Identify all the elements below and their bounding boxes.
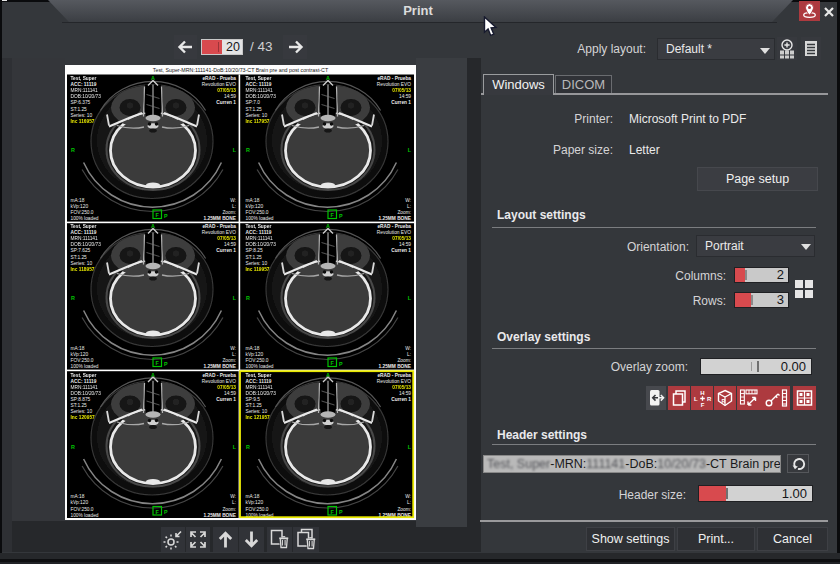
svg-text:Inc 119957: Inc 119957 (246, 267, 270, 272)
svg-text:1.25MM BONE: 1.25MM BONE (378, 216, 411, 221)
svg-text:Series: 10: Series: 10 (246, 261, 268, 266)
svg-text:07/05/13: 07/05/13 (392, 88, 411, 93)
svg-text:Series: 10: Series: 10 (71, 261, 93, 266)
svg-text:100% loaded: 100% loaded (246, 216, 274, 221)
svg-text:ACC: 11119: ACC: 11119 (71, 230, 97, 235)
svg-text:kVp:120: kVp:120 (71, 352, 89, 357)
svg-text:W:: W: (405, 346, 411, 351)
svg-text:eRAD - Prueba: eRAD - Prueba (202, 224, 236, 229)
svg-text:Revolution EVO: Revolution EVO (377, 379, 411, 384)
svg-text:mA:18: mA:18 (246, 346, 260, 351)
svg-text:R: R (71, 444, 75, 450)
svg-text:kVp:120: kVp:120 (71, 500, 89, 505)
svg-text:mA:18: mA:18 (71, 346, 85, 351)
svg-text:SP:7.625: SP:7.625 (71, 248, 91, 253)
svg-text:Revolution EVO: Revolution EVO (377, 230, 411, 235)
svg-text:Curren 1: Curren 1 (216, 397, 236, 402)
svg-text:SP:9.5: SP:9.5 (246, 397, 261, 402)
svg-text:14:59: 14:59 (224, 94, 236, 99)
svg-text:SP:7.0: SP:7.0 (246, 100, 261, 105)
svg-text:Test, Super: Test, Super (246, 373, 272, 378)
svg-text:A: A (151, 75, 155, 81)
svg-text:Zoom:: Zoom: (222, 210, 236, 215)
svg-text:14:59: 14:59 (399, 242, 411, 247)
svg-text:SP:8.875: SP:8.875 (71, 397, 91, 402)
svg-text:eRAD - Prueba: eRAD - Prueba (202, 76, 236, 81)
svg-text:DOB:10/20/73: DOB:10/20/73 (71, 94, 102, 99)
svg-text:1.25MM BONE: 1.25MM BONE (378, 364, 411, 369)
svg-text:Zoom:: Zoom: (222, 507, 236, 512)
svg-text:07/05/13: 07/05/13 (392, 236, 411, 241)
svg-text:ST:1.25: ST:1.25 (71, 255, 88, 260)
svg-text:L:: L: (232, 352, 236, 357)
svg-text:07/05/13: 07/05/13 (392, 385, 411, 390)
svg-text:R: R (707, 396, 712, 402)
svg-text:kVp:120: kVp:120 (71, 204, 89, 209)
svg-text:A: A (326, 223, 330, 229)
svg-text:H: H (700, 390, 704, 396)
svg-text:1.25MM BONE: 1.25MM BONE (203, 364, 236, 369)
svg-text:1.25MM BONE: 1.25MM BONE (203, 513, 236, 518)
svg-text:Revolution EVO: Revolution EVO (202, 82, 236, 87)
svg-text:W:: W: (230, 494, 236, 499)
svg-text:Test, Super: Test, Super (246, 224, 272, 229)
svg-text:14:59: 14:59 (224, 391, 236, 396)
svg-text:Test, Super-MRN:111141-DoB:10/: Test, Super-MRN:111141-DoB:10/20/73-CT B… (153, 67, 329, 73)
svg-text:DOB:10/20/73: DOB:10/20/73 (71, 242, 102, 247)
svg-text:P: P (339, 213, 343, 219)
svg-text:A: A (326, 372, 330, 378)
svg-text:100% loaded: 100% loaded (71, 513, 99, 518)
svg-text:kVp:120: kVp:120 (246, 352, 264, 357)
svg-text:R: R (246, 295, 250, 301)
svg-text:F: F (701, 402, 705, 408)
svg-text:ST:1.25: ST:1.25 (246, 107, 263, 112)
svg-text:DOB:10/20/73: DOB:10/20/73 (71, 391, 102, 396)
svg-text:DOB:10/20/73: DOB:10/20/73 (246, 94, 277, 99)
svg-text:W:: W: (405, 494, 411, 499)
svg-text:Series: 10: Series: 10 (246, 409, 268, 414)
svg-text:eRAD - Prueba: eRAD - Prueba (202, 373, 236, 378)
svg-text:W:: W: (230, 346, 236, 351)
svg-text:P: P (339, 509, 343, 515)
svg-text:mA:18: mA:18 (71, 494, 85, 499)
svg-text:Test, Super: Test, Super (71, 373, 97, 378)
svg-text:ACC: 11119: ACC: 11119 (246, 82, 272, 87)
svg-text:P: P (339, 361, 343, 367)
svg-text:Revolution EVO: Revolution EVO (202, 379, 236, 384)
svg-text:Curren 1: Curren 1 (391, 397, 411, 402)
svg-text:R: R (71, 147, 75, 153)
svg-text:SP:6.375: SP:6.375 (71, 100, 91, 105)
svg-text:mA:18: mA:18 (71, 198, 85, 203)
svg-text:Inc 120957: Inc 120957 (71, 415, 96, 420)
svg-text:Test, Super: Test, Super (71, 224, 97, 229)
svg-text:FOV:250.0: FOV:250.0 (71, 210, 94, 215)
svg-text:ACC: 11119: ACC: 11119 (71, 82, 97, 87)
svg-text:Zoom:: Zoom: (397, 210, 411, 215)
svg-text:DOB:10/20/73: DOB:10/20/73 (246, 242, 277, 247)
svg-text:MRN:111141: MRN:111141 (71, 236, 99, 241)
svg-text:R: R (722, 398, 726, 404)
svg-text:14:59: 14:59 (399, 94, 411, 99)
svg-text:FOV:250.0: FOV:250.0 (246, 210, 269, 215)
svg-text:eRAD - Prueba: eRAD - Prueba (377, 373, 411, 378)
svg-text:A: A (326, 75, 330, 81)
svg-text:ACC: 11119: ACC: 11119 (246, 230, 272, 235)
svg-text:Curren 1: Curren 1 (391, 248, 411, 253)
svg-text:100% loaded: 100% loaded (71, 364, 99, 369)
svg-text:ACC: 11119: ACC: 11119 (71, 379, 97, 384)
svg-text:MRN:111141: MRN:111141 (246, 236, 274, 241)
svg-text:P: P (164, 509, 168, 515)
svg-text:ST:1.25: ST:1.25 (246, 403, 263, 408)
svg-text:FOV:250.0: FOV:250.0 (246, 507, 269, 512)
svg-text:DOB:10/20/73: DOB:10/20/73 (246, 391, 277, 396)
svg-text:100% loaded: 100% loaded (71, 216, 99, 221)
svg-text:W:: W: (230, 198, 236, 203)
svg-text:R: R (246, 147, 250, 153)
svg-text:14:59: 14:59 (399, 391, 411, 396)
svg-text:14:59: 14:59 (224, 242, 236, 247)
svg-text:Zoom:: Zoom: (397, 358, 411, 363)
svg-text:ST:1.25: ST:1.25 (71, 403, 88, 408)
svg-text:MRN:111141: MRN:111141 (71, 385, 99, 390)
svg-text:ST:1.25: ST:1.25 (71, 107, 88, 112)
svg-text:Inc 121957: Inc 121957 (246, 415, 271, 420)
